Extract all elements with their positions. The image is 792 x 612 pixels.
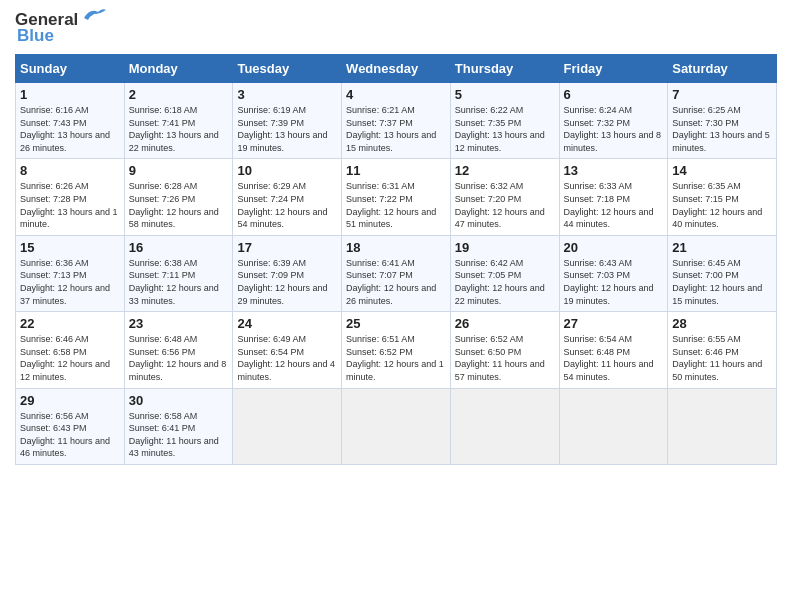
day-info: Sunrise: 6:21 AMSunset: 7:37 PMDaylight:… (346, 105, 436, 153)
day-info: Sunrise: 6:45 AMSunset: 7:00 PMDaylight:… (672, 258, 762, 306)
day-number: 30 (129, 393, 229, 408)
day-number: 10 (237, 163, 337, 178)
calendar-cell (668, 388, 777, 464)
calendar-week-2: 8Sunrise: 6:26 AMSunset: 7:28 PMDaylight… (16, 159, 777, 235)
header-friday: Friday (559, 55, 668, 83)
day-info: Sunrise: 6:18 AMSunset: 7:41 PMDaylight:… (129, 105, 219, 153)
calendar-cell: 20Sunrise: 6:43 AMSunset: 7:03 PMDayligh… (559, 235, 668, 311)
day-number: 20 (564, 240, 664, 255)
day-number: 19 (455, 240, 555, 255)
calendar-cell: 27Sunrise: 6:54 AMSunset: 6:48 PMDayligh… (559, 312, 668, 388)
calendar-cell: 24Sunrise: 6:49 AMSunset: 6:54 PMDayligh… (233, 312, 342, 388)
logo-bird-icon (80, 6, 108, 26)
day-number: 6 (564, 87, 664, 102)
calendar-cell: 21Sunrise: 6:45 AMSunset: 7:00 PMDayligh… (668, 235, 777, 311)
calendar-cell: 10Sunrise: 6:29 AMSunset: 7:24 PMDayligh… (233, 159, 342, 235)
header-tuesday: Tuesday (233, 55, 342, 83)
calendar-cell: 30Sunrise: 6:58 AMSunset: 6:41 PMDayligh… (124, 388, 233, 464)
calendar-cell: 11Sunrise: 6:31 AMSunset: 7:22 PMDayligh… (342, 159, 451, 235)
day-info: Sunrise: 6:48 AMSunset: 6:56 PMDaylight:… (129, 334, 227, 382)
day-number: 7 (672, 87, 772, 102)
day-number: 21 (672, 240, 772, 255)
calendar-cell: 19Sunrise: 6:42 AMSunset: 7:05 PMDayligh… (450, 235, 559, 311)
day-info: Sunrise: 6:58 AMSunset: 6:41 PMDaylight:… (129, 411, 219, 459)
day-info: Sunrise: 6:28 AMSunset: 7:26 PMDaylight:… (129, 181, 219, 229)
day-number: 4 (346, 87, 446, 102)
header-monday: Monday (124, 55, 233, 83)
calendar-cell: 23Sunrise: 6:48 AMSunset: 6:56 PMDayligh… (124, 312, 233, 388)
header-saturday: Saturday (668, 55, 777, 83)
day-number: 17 (237, 240, 337, 255)
day-info: Sunrise: 6:39 AMSunset: 7:09 PMDaylight:… (237, 258, 327, 306)
day-info: Sunrise: 6:55 AMSunset: 6:46 PMDaylight:… (672, 334, 762, 382)
calendar-cell: 18Sunrise: 6:41 AMSunset: 7:07 PMDayligh… (342, 235, 451, 311)
day-info: Sunrise: 6:33 AMSunset: 7:18 PMDaylight:… (564, 181, 654, 229)
day-info: Sunrise: 6:42 AMSunset: 7:05 PMDaylight:… (455, 258, 545, 306)
day-number: 2 (129, 87, 229, 102)
calendar-week-3: 15Sunrise: 6:36 AMSunset: 7:13 PMDayligh… (16, 235, 777, 311)
calendar-header-row: SundayMondayTuesdayWednesdayThursdayFrid… (16, 55, 777, 83)
calendar-cell: 28Sunrise: 6:55 AMSunset: 6:46 PMDayligh… (668, 312, 777, 388)
day-info: Sunrise: 6:54 AMSunset: 6:48 PMDaylight:… (564, 334, 654, 382)
day-info: Sunrise: 6:25 AMSunset: 7:30 PMDaylight:… (672, 105, 770, 153)
day-info: Sunrise: 6:35 AMSunset: 7:15 PMDaylight:… (672, 181, 762, 229)
calendar-cell: 16Sunrise: 6:38 AMSunset: 7:11 PMDayligh… (124, 235, 233, 311)
header-sunday: Sunday (16, 55, 125, 83)
day-number: 1 (20, 87, 120, 102)
calendar-week-1: 1Sunrise: 6:16 AMSunset: 7:43 PMDaylight… (16, 83, 777, 159)
calendar-table: SundayMondayTuesdayWednesdayThursdayFrid… (15, 54, 777, 465)
day-info: Sunrise: 6:31 AMSunset: 7:22 PMDaylight:… (346, 181, 436, 229)
header-thursday: Thursday (450, 55, 559, 83)
day-number: 22 (20, 316, 120, 331)
calendar-cell: 8Sunrise: 6:26 AMSunset: 7:28 PMDaylight… (16, 159, 125, 235)
day-number: 14 (672, 163, 772, 178)
logo: General Blue (15, 10, 108, 46)
day-info: Sunrise: 6:43 AMSunset: 7:03 PMDaylight:… (564, 258, 654, 306)
day-number: 15 (20, 240, 120, 255)
day-info: Sunrise: 6:36 AMSunset: 7:13 PMDaylight:… (20, 258, 110, 306)
day-number: 16 (129, 240, 229, 255)
day-info: Sunrise: 6:16 AMSunset: 7:43 PMDaylight:… (20, 105, 110, 153)
calendar-cell (233, 388, 342, 464)
day-number: 26 (455, 316, 555, 331)
day-info: Sunrise: 6:22 AMSunset: 7:35 PMDaylight:… (455, 105, 545, 153)
day-number: 5 (455, 87, 555, 102)
day-number: 18 (346, 240, 446, 255)
calendar-cell: 25Sunrise: 6:51 AMSunset: 6:52 PMDayligh… (342, 312, 451, 388)
day-info: Sunrise: 6:56 AMSunset: 6:43 PMDaylight:… (20, 411, 110, 459)
day-number: 12 (455, 163, 555, 178)
day-info: Sunrise: 6:19 AMSunset: 7:39 PMDaylight:… (237, 105, 327, 153)
day-number: 3 (237, 87, 337, 102)
calendar-cell: 9Sunrise: 6:28 AMSunset: 7:26 PMDaylight… (124, 159, 233, 235)
day-info: Sunrise: 6:26 AMSunset: 7:28 PMDaylight:… (20, 181, 118, 229)
day-info: Sunrise: 6:51 AMSunset: 6:52 PMDaylight:… (346, 334, 444, 382)
day-number: 23 (129, 316, 229, 331)
calendar-cell: 1Sunrise: 6:16 AMSunset: 7:43 PMDaylight… (16, 83, 125, 159)
day-info: Sunrise: 6:46 AMSunset: 6:58 PMDaylight:… (20, 334, 110, 382)
calendar-cell: 12Sunrise: 6:32 AMSunset: 7:20 PMDayligh… (450, 159, 559, 235)
calendar-cell: 7Sunrise: 6:25 AMSunset: 7:30 PMDaylight… (668, 83, 777, 159)
calendar-cell: 2Sunrise: 6:18 AMSunset: 7:41 PMDaylight… (124, 83, 233, 159)
day-info: Sunrise: 6:32 AMSunset: 7:20 PMDaylight:… (455, 181, 545, 229)
calendar-cell: 14Sunrise: 6:35 AMSunset: 7:15 PMDayligh… (668, 159, 777, 235)
day-number: 29 (20, 393, 120, 408)
calendar-cell: 6Sunrise: 6:24 AMSunset: 7:32 PMDaylight… (559, 83, 668, 159)
day-number: 25 (346, 316, 446, 331)
calendar-week-5: 29Sunrise: 6:56 AMSunset: 6:43 PMDayligh… (16, 388, 777, 464)
day-info: Sunrise: 6:49 AMSunset: 6:54 PMDaylight:… (237, 334, 335, 382)
calendar-cell (559, 388, 668, 464)
day-number: 9 (129, 163, 229, 178)
calendar-cell: 3Sunrise: 6:19 AMSunset: 7:39 PMDaylight… (233, 83, 342, 159)
day-info: Sunrise: 6:29 AMSunset: 7:24 PMDaylight:… (237, 181, 327, 229)
day-number: 28 (672, 316, 772, 331)
calendar-cell: 26Sunrise: 6:52 AMSunset: 6:50 PMDayligh… (450, 312, 559, 388)
calendar-cell: 13Sunrise: 6:33 AMSunset: 7:18 PMDayligh… (559, 159, 668, 235)
day-number: 24 (237, 316, 337, 331)
calendar-cell: 22Sunrise: 6:46 AMSunset: 6:58 PMDayligh… (16, 312, 125, 388)
calendar-cell: 15Sunrise: 6:36 AMSunset: 7:13 PMDayligh… (16, 235, 125, 311)
logo-blue: Blue (17, 26, 54, 46)
calendar-week-4: 22Sunrise: 6:46 AMSunset: 6:58 PMDayligh… (16, 312, 777, 388)
header-wednesday: Wednesday (342, 55, 451, 83)
day-number: 11 (346, 163, 446, 178)
calendar-cell: 17Sunrise: 6:39 AMSunset: 7:09 PMDayligh… (233, 235, 342, 311)
